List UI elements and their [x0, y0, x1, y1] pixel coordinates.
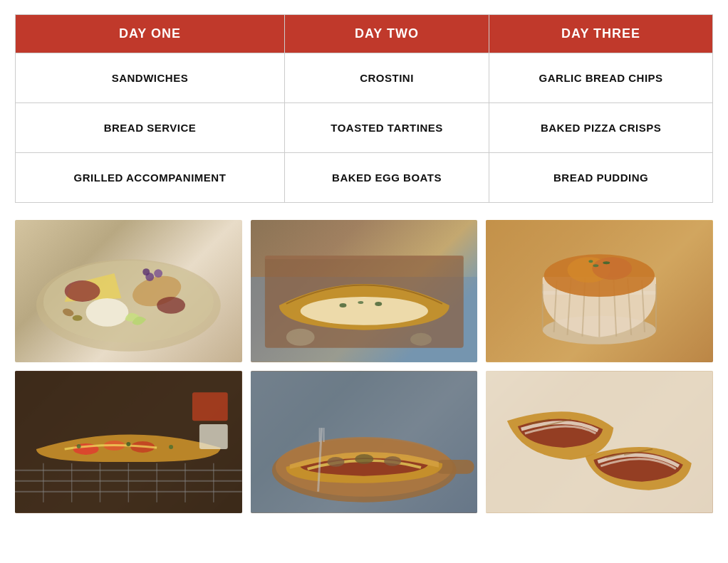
svg-point-20	[410, 333, 432, 346]
food-image-pizza-baguette	[15, 371, 242, 513]
cell-row2-col2: TOASTED TARTINES	[284, 103, 489, 153]
food-image-bruschetta	[486, 371, 713, 513]
cell-row1-col3: GARLIC BREAD CHIPS	[489, 53, 713, 103]
header-day-one: DAY ONE	[16, 15, 285, 53]
svg-point-56	[169, 445, 173, 449]
svg-point-38	[603, 261, 610, 264]
svg-point-16	[339, 303, 346, 307]
svg-point-15	[300, 297, 427, 325]
svg-point-9	[142, 268, 150, 275]
svg-rect-14	[265, 256, 464, 259]
header-day-two: DAY TWO	[284, 15, 489, 53]
svg-point-63	[327, 457, 344, 467]
cell-row1-col1: SANDWICHES	[16, 53, 285, 103]
menu-table: DAY ONE DAY TWO DAY THREE SANDWICHES CRO…	[15, 14, 713, 203]
svg-point-17	[358, 301, 363, 304]
food-image-bread-pudding	[486, 220, 713, 362]
svg-point-55	[126, 442, 130, 446]
image-grid	[15, 220, 713, 513]
svg-point-39	[589, 260, 593, 263]
svg-point-54	[77, 444, 81, 448]
svg-point-37	[593, 264, 599, 267]
cell-row2-col1: BREAD SERVICE	[16, 103, 285, 153]
food-image-egg-boats	[251, 220, 478, 362]
svg-point-8	[154, 269, 162, 278]
cell-row3-col3: BREAD PUDDING	[489, 153, 713, 203]
svg-point-36	[593, 257, 633, 280]
svg-rect-57	[192, 392, 228, 421]
header-day-three: DAY THREE	[489, 15, 713, 53]
table-row: GRILLED ACCOMPANIMENT BAKED EGG BOATS BR…	[16, 153, 713, 203]
svg-point-64	[355, 454, 373, 464]
table-header-row: DAY ONE DAY TWO DAY THREE	[16, 15, 713, 53]
svg-point-6	[157, 297, 185, 314]
svg-point-4	[86, 298, 129, 327]
svg-point-19	[286, 329, 314, 346]
svg-point-65	[384, 456, 401, 466]
cell-row3-col2: BAKED EGG BOATS	[284, 153, 489, 203]
food-image-steak-sandwich	[251, 371, 478, 513]
svg-point-5	[65, 280, 100, 302]
table-row: SANDWICHES CROSTINI GARLIC BREAD CHIPS	[16, 53, 713, 103]
table-row: BREAD SERVICE TOASTED TARTINES BAKED PIZ…	[16, 103, 713, 153]
svg-point-18	[375, 302, 382, 306]
cell-row1-col2: CROSTINI	[284, 53, 489, 103]
cell-row3-col1: GRILLED ACCOMPANIMENT	[16, 153, 285, 203]
cell-row2-col3: BAKED PIZZA CRISPS	[489, 103, 713, 153]
page-container: DAY ONE DAY TWO DAY THREE SANDWICHES CRO…	[15, 14, 713, 513]
svg-point-1	[43, 261, 214, 343]
svg-point-11	[73, 315, 83, 321]
svg-rect-58	[199, 424, 228, 449]
food-image-charcuterie	[15, 220, 242, 362]
